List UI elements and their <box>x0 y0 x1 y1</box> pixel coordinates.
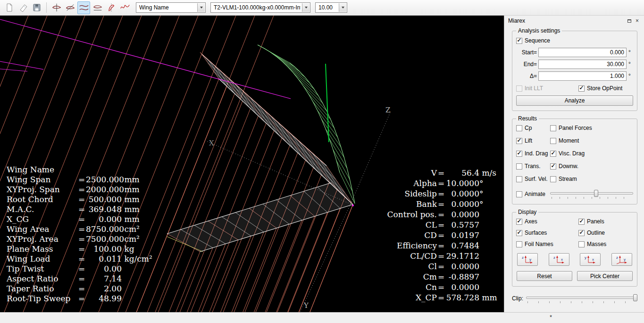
wing-info-row: XYProj. Area = 7500.000 cm² <box>7 234 152 244</box>
checkbox-box <box>516 230 522 236</box>
display-option-checkbox[interactable]: Masses <box>578 241 633 247</box>
checkbox-label: Init LLT <box>525 85 543 92</box>
x-view-button[interactable]: z y <box>517 253 538 266</box>
checkbox-box <box>550 125 556 131</box>
iso-view-button[interactable]: z y <box>611 253 632 266</box>
start-input[interactable] <box>538 48 627 57</box>
x-axis-label: X <box>209 139 214 147</box>
axis-view-icon: z x <box>553 255 565 264</box>
checkbox-box <box>516 241 522 247</box>
svg-text:y: y <box>529 257 531 262</box>
main-toolbar: Wing Name T2-VLM1-100.000kg-x0.000mm-Inv… <box>0 0 644 16</box>
checkbox-label: Outline <box>587 230 605 236</box>
checkbox-label: Axes <box>525 218 537 225</box>
wing-info-row: Taper Ratio = 2.00 <box>7 284 152 294</box>
slider-handle[interactable] <box>633 294 637 301</box>
display-option-checkbox[interactable]: Outline <box>578 230 633 236</box>
result-option-checkbox[interactable]: Moment <box>550 137 633 144</box>
polar-view-button[interactable] <box>64 1 76 14</box>
open-project-button[interactable] <box>17 1 29 14</box>
checkbox-label: Masses <box>587 241 606 247</box>
3d-view-button[interactable] <box>77 1 90 14</box>
delta-input[interactable] <box>538 71 627 81</box>
slider-ticks <box>552 197 632 199</box>
store-oppoint-checkbox[interactable]: Store OpPoint <box>578 85 633 92</box>
dock-titlebar[interactable]: Miarex × <box>504 16 644 26</box>
dock-float-button[interactable] <box>625 17 633 25</box>
op-info-row: CL = 0.5757 <box>387 220 497 230</box>
checkbox-box <box>516 38 522 44</box>
stability-view-button[interactable] <box>118 1 131 14</box>
display-option-checkbox[interactable]: Axes <box>516 218 578 225</box>
reset-button[interactable]: Reset <box>517 271 572 281</box>
analyze-button[interactable]: Analyze <box>516 95 633 106</box>
checkbox-label: Surfaces <box>525 230 547 236</box>
operating-point-block: V = 56.4 m/s Alpha = 10.0000 ° <box>387 168 497 303</box>
result-option-checkbox[interactable]: Surf. Vel. <box>516 176 550 182</box>
op-info-row: Cm = -0.8897 <box>387 272 497 282</box>
display-option-checkbox[interactable]: Foil Names <box>516 241 578 247</box>
wing-3d-viewport[interactable]: X Y Z Wing Name Wing Span = 2500.000 mm <box>0 16 504 312</box>
wing-polar-view-button[interactable] <box>91 1 104 14</box>
checkbox-box <box>578 230 585 236</box>
result-option-checkbox[interactable]: Visc. Drag <box>550 150 633 157</box>
y-view-button[interactable]: z x <box>549 253 569 266</box>
wing-select[interactable]: Wing Name <box>136 2 206 13</box>
end-input[interactable] <box>538 60 627 69</box>
result-option-checkbox[interactable]: Lift <box>516 137 550 144</box>
axis-view-icon: z y <box>616 255 628 264</box>
checkbox-label: Surf. Vel. <box>525 176 548 182</box>
op-info-row: CL/CD = 29.1712 <box>387 251 497 261</box>
result-option-checkbox[interactable]: Panel Forces <box>550 125 633 131</box>
init-llt-checkbox[interactable]: Init LLT <box>516 85 578 92</box>
dock-close-button[interactable]: × <box>633 17 641 25</box>
alpha-select[interactable]: 10.00 <box>315 2 347 13</box>
polar-select[interactable]: T2-VLM1-100.000kg-x0.000mm-Inviscid <box>210 2 310 13</box>
checkbox-label: Downw. <box>559 163 578 170</box>
checkbox-box <box>578 85 585 92</box>
dock-title: Miarex <box>508 17 625 24</box>
pick-center-button[interactable]: Pick Center <box>577 271 633 281</box>
degree-unit: ° <box>628 61 633 68</box>
alpha-select-value: 10.00 <box>318 4 333 11</box>
sequence-checkbox[interactable]: Sequence <box>516 37 550 44</box>
streamlines-3d-view-icon <box>79 2 89 13</box>
delta-label: Δ= <box>516 73 537 79</box>
clip-plane-slider[interactable] <box>526 293 637 304</box>
svg-text:z: z <box>616 255 618 260</box>
slider-ticks <box>527 301 636 303</box>
polar-select-value: T2-VLM1-100.000kg-x0.000mm-Inviscid <box>214 4 301 11</box>
slider-handle[interactable] <box>594 190 598 197</box>
checkbox-label: Foil Names <box>525 241 553 247</box>
display-option-checkbox[interactable]: Surfaces <box>516 230 578 236</box>
svg-text:y: y <box>624 257 626 262</box>
end-field-row: End= ° <box>516 60 633 69</box>
z-view-button[interactable]: y x <box>580 253 601 266</box>
checkbox-label: Visc. Drag <box>559 150 585 157</box>
wing-info-row: Aspect Ratio = 7.14 <box>7 274 152 284</box>
result-option-checkbox[interactable]: Ind. Drag <box>516 150 550 157</box>
svg-text:x: x <box>592 257 594 262</box>
new-project-button[interactable] <box>3 1 16 14</box>
miarex-dock: Miarex × Analysis settings Sequence S <box>504 16 644 312</box>
svg-text:z: z <box>553 255 555 260</box>
cp-view-button[interactable] <box>105 1 117 14</box>
display-option-checkbox[interactable]: Panels <box>578 218 633 225</box>
animate-checkbox[interactable]: Animate <box>516 191 550 197</box>
save-project-button[interactable] <box>30 1 43 14</box>
result-option-checkbox[interactable]: Cp <box>516 125 550 131</box>
op-info-row: Bank = 0.0000 ° <box>387 199 497 209</box>
op-info-row: Sideslip = 0.0000 ° <box>387 188 497 199</box>
op-info-row: Efficiency = 0.7484 <box>387 240 497 251</box>
result-option-checkbox[interactable]: Trans. <box>516 163 550 170</box>
checkbox-label: Store OpPoint <box>587 85 622 92</box>
opp-view-button[interactable] <box>50 1 63 14</box>
wing-info-row: XYProj. Span = 2000.000 mm <box>7 185 152 195</box>
start-label: Start= <box>516 49 537 56</box>
animate-speed-slider[interactable] <box>550 189 633 199</box>
result-option-checkbox[interactable]: Downw. <box>550 163 633 170</box>
degree-unit: ° <box>628 49 633 56</box>
svg-text:x: x <box>561 257 563 262</box>
result-option-checkbox[interactable]: Stream <box>550 176 633 182</box>
checkbox-label: Trans. <box>525 163 541 170</box>
